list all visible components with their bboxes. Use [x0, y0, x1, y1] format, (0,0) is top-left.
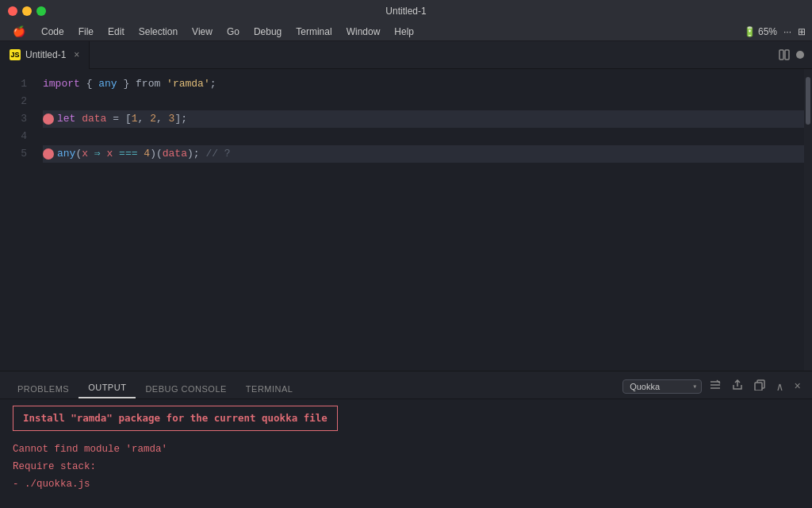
- line-num-4: 4: [0, 128, 40, 145]
- close-panel-icon[interactable]: ×: [791, 379, 804, 394]
- clear-output-icon[interactable]: [707, 378, 724, 395]
- code-content-1: import { any } from 'ramda';: [43, 75, 216, 93]
- copy-icon[interactable]: [751, 378, 768, 395]
- line-num-1: 1: [0, 75, 40, 93]
- close-button[interactable]: [8, 6, 17, 16]
- menu-code[interactable]: Code: [35, 25, 71, 39]
- editor-scrollbar[interactable]: [804, 69, 812, 371]
- panel-tabs: PROBLEMS OUTPUT DEBUG CONSOLE TERMINAL Q…: [0, 371, 812, 399]
- code-line-2: [43, 93, 804, 110]
- menu-debug[interactable]: Debug: [247, 25, 288, 39]
- apple-menu[interactable]: 🍎: [6, 24, 32, 39]
- more-options[interactable]: ···: [783, 26, 791, 37]
- svg-rect-0: [779, 50, 783, 60]
- tab-filename: Untitled-1: [25, 49, 66, 60]
- svg-rect-7: [755, 383, 762, 391]
- error-line-2: Require stack:: [13, 458, 799, 475]
- scrollbar-thumb[interactable]: [806, 77, 810, 125]
- titlebar: Untitled-1: [0, 0, 812, 22]
- share-icon[interactable]: [729, 378, 746, 395]
- svg-rect-1: [785, 50, 789, 60]
- menu-help[interactable]: Help: [388, 25, 420, 39]
- panel-content: Install "ramda" package for the current …: [0, 399, 812, 508]
- maximize-button[interactable]: [36, 6, 46, 16]
- tab-output[interactable]: OUTPUT: [79, 378, 136, 398]
- code-content-5: any(x ⇒ x === 4)(data); // ?: [57, 145, 231, 163]
- code-line-5: any(x ⇒ x === 4)(data); // ?: [43, 145, 804, 163]
- code-content-3: let data = [1, 2, 3];: [57, 110, 187, 128]
- editor: 1 2 3 4 5 import { any } from 'ramda'; l…: [0, 69, 812, 371]
- menu-terminal[interactable]: Terminal: [289, 25, 338, 39]
- line-num-2: 2: [0, 93, 40, 110]
- panel-tab-actions: Quokka ▾: [622, 378, 804, 398]
- scroll-up-icon[interactable]: ∧: [773, 379, 786, 395]
- line-num-3: 3: [0, 110, 40, 128]
- window-title: Untitled-1: [385, 6, 426, 17]
- tab-terminal[interactable]: TERMINAL: [236, 379, 303, 398]
- error-line-1: Cannot find module 'ramda': [13, 441, 799, 458]
- output-filter-select[interactable]: Quokka: [622, 379, 702, 394]
- tab-actions: [779, 49, 812, 60]
- menubar: 🍎 Code File Edit Selection View Go Debug…: [0, 22, 812, 41]
- line-numbers: 1 2 3 4 5: [0, 69, 40, 371]
- traffic-lights: [8, 6, 46, 16]
- battery-status: 🔋 65%: [744, 26, 777, 37]
- editor-tab[interactable]: JS Untitled-1 ×: [0, 41, 90, 69]
- output-panel: PROBLEMS OUTPUT DEBUG CONSOLE TERMINAL Q…: [0, 371, 812, 508]
- breakpoint-3[interactable]: [43, 114, 54, 125]
- code-line-3: let data = [1, 2, 3];: [43, 110, 804, 128]
- tab-close-icon[interactable]: ×: [74, 49, 79, 60]
- js-icon: JS: [10, 49, 21, 60]
- menubar-right: 🔋 65% ··· ⊞: [744, 26, 806, 37]
- tab-problems[interactable]: PROBLEMS: [8, 379, 79, 398]
- split-editor-icon[interactable]: [779, 49, 790, 60]
- output-filter-select-wrapper: Quokka ▾: [622, 379, 702, 394]
- line-num-5: 5: [0, 145, 40, 163]
- tab-debug-console[interactable]: DEBUG CONSOLE: [136, 379, 236, 398]
- menu-selection[interactable]: Selection: [132, 25, 184, 39]
- dot-icon: [796, 51, 804, 59]
- tabbar: JS Untitled-1 ×: [0, 41, 812, 69]
- breakpoint-5[interactable]: [43, 148, 54, 160]
- menu-view[interactable]: View: [186, 25, 219, 39]
- code-line-1: import { any } from 'ramda';: [43, 75, 804, 93]
- minimize-button[interactable]: [22, 6, 32, 16]
- code-line-4: [43, 128, 804, 145]
- menu-go[interactable]: Go: [220, 25, 246, 39]
- grid-icon[interactable]: ⊞: [798, 26, 806, 37]
- install-banner[interactable]: Install "ramda" package for the current …: [13, 406, 338, 431]
- menu-window[interactable]: Window: [340, 25, 387, 39]
- menu-file[interactable]: File: [72, 25, 100, 39]
- error-line-3: - ./quokka.js: [13, 475, 799, 493]
- menu-edit[interactable]: Edit: [102, 25, 131, 39]
- code-area[interactable]: import { any } from 'ramda'; let data = …: [40, 69, 804, 371]
